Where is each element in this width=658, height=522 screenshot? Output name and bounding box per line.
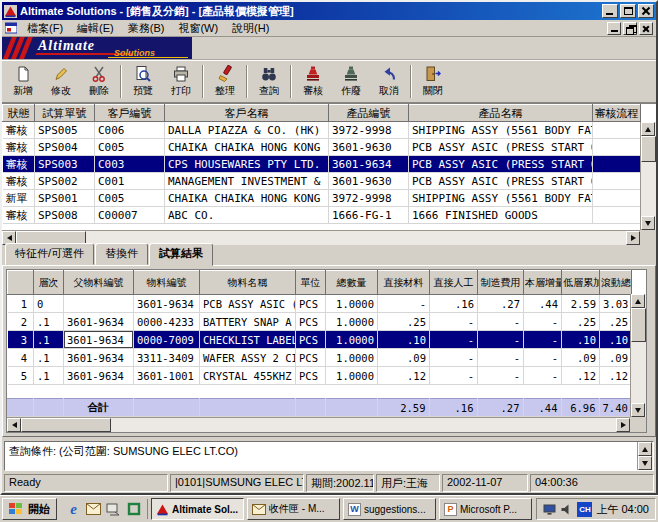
- menu-business[interactable]: 業務(B): [121, 20, 172, 37]
- scroll-down-button[interactable]: [631, 403, 645, 417]
- scrollbar-thumb[interactable]: [641, 136, 656, 162]
- table-cell: [325, 399, 377, 417]
- column-header-parent-material[interactable]: 父物料編號: [64, 271, 134, 295]
- query-criteria-box[interactable]: 查詢條件: (公司范圍: SUMSUNG ELEC LT.CO): [4, 441, 654, 471]
- tray-monitor-icon[interactable]: [543, 503, 556, 516]
- quote-row[interactable]: 審核SPS004C005CHAIKA CHAIKA HONG KONG3601-…: [3, 139, 641, 156]
- maximize-button[interactable]: [620, 4, 636, 18]
- scrollbar-track[interactable]: [641, 136, 656, 216]
- scroll-left-button[interactable]: [7, 418, 21, 432]
- column-header-direct-material[interactable]: 直接材料: [378, 271, 430, 295]
- scrollbar-track[interactable]: [631, 308, 646, 403]
- mdi-restore-button[interactable]: [623, 22, 637, 35]
- tab-replacement[interactable]: 替換件: [95, 243, 148, 265]
- scroll-up-button[interactable]: [638, 442, 652, 456]
- new-button[interactable]: 新增: [4, 62, 42, 101]
- scroll-down-button[interactable]: [641, 216, 655, 230]
- menu-edit[interactable]: 編輯(E): [70, 20, 121, 37]
- internet-explorer-icon[interactable]: e: [65, 501, 82, 518]
- column-header-layer-incr-cost[interactable]: 本層增量成本: [524, 271, 562, 295]
- quote-vertical-scrollbar[interactable]: [640, 122, 656, 230]
- column-header-status[interactable]: 狀態: [3, 105, 35, 122]
- print-button[interactable]: 打印: [162, 62, 200, 101]
- column-header-customer-name[interactable]: 客戶名稱: [165, 105, 329, 122]
- maximize-icon: [624, 7, 633, 15]
- start-button[interactable]: 開始: [2, 498, 57, 520]
- close-window-button[interactable]: 關閉: [414, 62, 452, 101]
- left-arrow-icon: [7, 235, 12, 241]
- delete-button[interactable]: 刪除: [80, 62, 118, 101]
- bom-row[interactable]: 4.13601-96343311-3409WAFER ASSY 2 CIRPCS…: [8, 349, 632, 367]
- volume-icon[interactable]: [560, 503, 573, 516]
- column-header-lower-accum-cost[interactable]: 低層累加成本: [562, 271, 600, 295]
- cancel-button[interactable]: 取消: [370, 62, 408, 101]
- tab-trial-result[interactable]: 試算結果: [149, 243, 213, 266]
- column-header-rolling-total-cost[interactable]: 滾動總成本: [600, 271, 632, 295]
- bom-horizontal-scrollbar[interactable]: [7, 417, 630, 432]
- mdi-minimize-button[interactable]: [607, 22, 621, 35]
- bom-row[interactable]: 3.13601-96340000-7009CHECKLIST LABEL(PCS…: [8, 331, 632, 349]
- quote-row[interactable]: 審核SPS002C001MANAGEMENT INVESTMENT &3601-…: [3, 173, 641, 190]
- bom-row[interactable]: 2.13601-96340000-4233BATTERY SNAP APCS1.…: [8, 313, 632, 331]
- channels-icon[interactable]: [125, 501, 142, 518]
- bom-vertical-scrollbar[interactable]: [630, 294, 646, 417]
- table-cell: [593, 122, 641, 139]
- quote-row[interactable]: 審核SPS005C006DALLA PIAZZA & CO. (HK)3972-…: [3, 122, 641, 139]
- taskbar-app-label: 收件匣 - M...: [269, 502, 325, 516]
- taskbar: 開始 e Altimate Sol... 收件匣 - M... W sugges…: [0, 495, 658, 522]
- scroll-up-button[interactable]: [641, 122, 655, 136]
- column-header-material-no[interactable]: 物料編號: [134, 271, 200, 295]
- column-header-product-no[interactable]: 產品編號: [329, 105, 409, 122]
- bom-row[interactable]: 103601-9634PCB ASSY ASIC (P1PCS1.0000-.1…: [8, 295, 632, 313]
- column-header-material-name[interactable]: 物料名稱: [200, 271, 296, 295]
- column-header-audit-flow[interactable]: 審核流程: [593, 105, 641, 122]
- outlook-express-icon[interactable]: [85, 501, 102, 518]
- scroll-right-button[interactable]: [626, 231, 640, 245]
- show-desktop-icon[interactable]: [105, 501, 122, 518]
- bom-row[interactable]: 5.13601-96343601-1001CRYSTAL 455KHZPCS1.…: [8, 367, 632, 385]
- column-header-level[interactable]: 層次: [34, 271, 64, 295]
- taskbar-app-word[interactable]: W suggestions...: [343, 498, 436, 520]
- menu-file[interactable]: 檔案(F): [20, 20, 70, 37]
- ime-indicator[interactable]: CH: [577, 502, 592, 517]
- column-header-product-name[interactable]: 產品名稱: [409, 105, 593, 122]
- close-button[interactable]: [638, 4, 654, 18]
- mdi-close-button[interactable]: [639, 22, 653, 35]
- preview-button[interactable]: 預覽: [124, 62, 162, 101]
- column-header-rownum[interactable]: [8, 271, 34, 295]
- column-header-total-qty[interactable]: 總數量: [326, 271, 378, 295]
- taskbar-app-inbox[interactable]: 收件匣 - M...: [247, 498, 340, 520]
- query-button[interactable]: 查詢: [250, 62, 288, 101]
- quote-row[interactable]: 審核SPS008C00007ABC CO.1666-FG-11666 FINIS…: [3, 207, 641, 224]
- column-header-unit[interactable]: 單位: [296, 271, 326, 295]
- scroll-up-button[interactable]: [631, 294, 645, 308]
- approve-button[interactable]: 審核: [294, 62, 332, 101]
- column-header-customer-no[interactable]: 客戶編號: [95, 105, 165, 122]
- toolbar-label: 預覽: [133, 84, 153, 98]
- table-cell: .12: [562, 367, 600, 385]
- table-cell: PCS: [296, 331, 326, 349]
- scrollbar-thumb[interactable]: [631, 308, 646, 342]
- modify-button[interactable]: 修改: [42, 62, 80, 101]
- scroll-right-button[interactable]: [616, 418, 630, 432]
- minimize-button[interactable]: [602, 4, 618, 18]
- preview-magnifier-icon: [134, 65, 152, 83]
- trial-result-panel: 層次 父物料編號 物料編號 物料名稱 單位 總數量 直接材料 直接人工 制造費用…: [2, 265, 656, 437]
- table-cell: 3601-9630: [329, 173, 409, 190]
- quote-row[interactable]: 審核SPS003C003CPS HOUSEWARES PTY LTD.3601-…: [3, 156, 641, 173]
- column-header-mfg-cost[interactable]: 制造費用: [478, 271, 524, 295]
- menu-window[interactable]: 視窗(W): [171, 20, 225, 37]
- scrollbar-track[interactable]: [21, 418, 616, 432]
- quote-row[interactable]: 新單SPS001C005CHAIKA CHAIKA HONG KONG3972-…: [3, 190, 641, 207]
- query-vertical-scrollbar[interactable]: [637, 442, 653, 470]
- tab-feature-optional[interactable]: 特征件/可選件: [5, 243, 94, 265]
- cleanup-button[interactable]: 整理: [206, 62, 244, 101]
- void-button[interactable]: 作廢: [332, 62, 370, 101]
- column-header-trial-no[interactable]: 試算單號: [35, 105, 95, 122]
- taskbar-app-altimate[interactable]: Altimate Sol...: [151, 498, 244, 520]
- menu-help[interactable]: 說明(H): [225, 20, 276, 37]
- column-header-direct-labor[interactable]: 直接人工: [430, 271, 478, 295]
- scroll-down-button[interactable]: [638, 456, 652, 470]
- taskbar-app-powerpoint[interactable]: P Microsoft P...: [439, 498, 532, 520]
- scrollbar-thumb[interactable]: [21, 418, 111, 432]
